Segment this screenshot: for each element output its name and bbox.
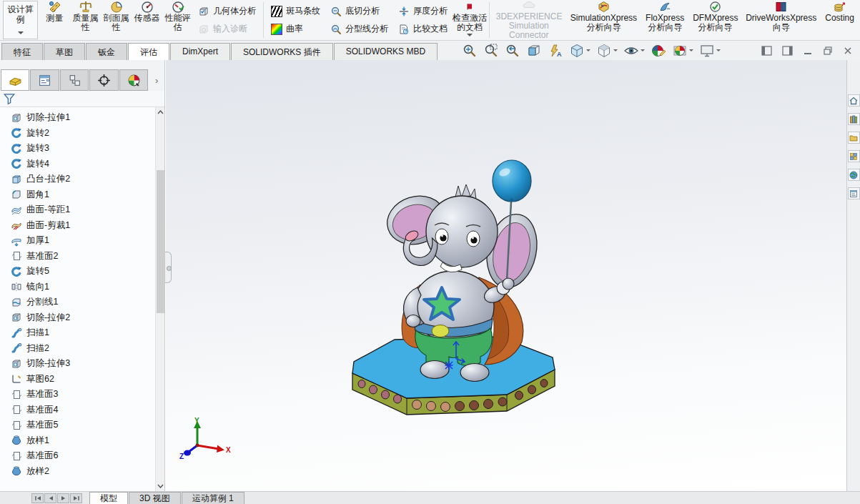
dfmxpress-button[interactable]: DFMXpress 分析向导 xyxy=(688,0,741,40)
apply-scene-button[interactable] xyxy=(671,42,694,59)
pane-right-icon[interactable] xyxy=(782,46,793,56)
view-settings-button[interactable] xyxy=(698,42,721,59)
design-study-button[interactable]: 设计算例 xyxy=(3,1,38,39)
thickness-analysis-button[interactable]: 厚度分析 xyxy=(395,2,450,20)
section-view-button[interactable] xyxy=(525,42,543,59)
graphics-viewport[interactable]: Y X Z xyxy=(166,60,846,491)
tab-featuremanager-design-tree[interactable] xyxy=(1,69,29,91)
costing-button[interactable]: Costing xyxy=(821,0,859,40)
mass-properties-button[interactable]: 质量属性 xyxy=(70,0,101,40)
undercut-analysis-label: 底切分析 xyxy=(345,5,380,17)
edit-appearance-button[interactable] xyxy=(650,42,667,59)
appearances-button[interactable] xyxy=(848,169,860,181)
driveworksxpress-button[interactable]: DriveWorksXpress 向导 xyxy=(741,0,821,40)
tab-solidworks-addins[interactable]: SOLIDWORKS 插件 xyxy=(231,43,333,60)
pane-left-icon[interactable] xyxy=(761,46,772,56)
tab-evaluate[interactable]: 评估 xyxy=(128,43,169,60)
tree-item[interactable]: 放样2 xyxy=(0,464,164,480)
annotation-view-button[interactable]: A xyxy=(547,42,564,59)
tree-item-label: 扫描2 xyxy=(26,342,49,355)
next-tab-button[interactable] xyxy=(57,493,69,503)
tree-item[interactable]: 曲面-等距1 xyxy=(0,202,164,218)
import-diagnostics-button[interactable]: 输入诊断 xyxy=(195,20,259,38)
geometry-analysis-button[interactable]: 几何体分析 xyxy=(195,2,259,20)
tree-item[interactable]: 放样1 xyxy=(0,433,164,449)
tab-3d-views[interactable]: 3D 视图 xyxy=(129,492,181,504)
tab-configurationmanager[interactable] xyxy=(60,69,89,91)
scroll-up-button[interactable] xyxy=(156,107,164,117)
view-palette-button[interactable] xyxy=(848,150,860,162)
sensor-button[interactable]: 传感器 xyxy=(132,0,162,40)
zebra-stripes-button[interactable]: 斑马条纹 xyxy=(268,2,323,20)
check-active-document-button[interactable]: 检查激活的文档 xyxy=(453,0,487,40)
restore-icon[interactable] xyxy=(823,46,833,56)
tab-sketch[interactable]: 草图 xyxy=(44,43,85,60)
tree-item[interactable]: 旋转4 xyxy=(0,157,164,172)
hide-show-items-button[interactable] xyxy=(623,42,646,59)
zoom-to-fit-button[interactable] xyxy=(461,42,478,59)
curvature-button[interactable]: 曲率 xyxy=(268,20,323,38)
previous-tab-button[interactable] xyxy=(44,493,56,503)
floxpress-button[interactable]: FloXpress 分析向导 xyxy=(641,0,688,40)
tab-dimxpertmanager[interactable] xyxy=(89,69,118,91)
tab-displaymanager[interactable] xyxy=(119,69,148,91)
file-explorer-button[interactable] xyxy=(848,132,860,144)
custom-properties-button[interactable] xyxy=(848,187,860,199)
tree-item[interactable]: 基准面5 xyxy=(0,417,164,433)
tree-item[interactable]: 切除-拉伸2 xyxy=(0,310,164,326)
tab-model[interactable]: 模型 xyxy=(89,492,128,504)
tab-sheet-metal[interactable]: 钣金 xyxy=(86,43,127,60)
tree-item[interactable]: 草图62 xyxy=(0,372,164,387)
balloon xyxy=(493,160,531,202)
tree-item[interactable]: 分割线1 xyxy=(0,295,164,310)
parting-line-analysis-button[interactable]: 分型线分析 xyxy=(327,20,391,38)
panel-tabs-overflow-button[interactable]: › xyxy=(149,69,164,91)
tree-item[interactable]: 旋转5 xyxy=(0,264,164,280)
tree-item[interactable]: 圆角1 xyxy=(0,187,164,203)
tree-item[interactable]: 基准面3 xyxy=(0,387,164,402)
tree-item[interactable]: 切除-拉伸3 xyxy=(0,356,164,372)
display-style-button[interactable] xyxy=(595,42,618,59)
panel-splitter-handle[interactable] xyxy=(165,252,172,283)
tree-item[interactable]: 加厚1 xyxy=(0,233,164,249)
compare-documents-button[interactable]: ? 比较文档 xyxy=(395,20,450,38)
tree-scrollbar[interactable] xyxy=(155,107,164,491)
simulationxpress-button[interactable]: SimulationXpress 分析向导 xyxy=(566,0,641,40)
undercut-analysis-button[interactable]: 底切分析 xyxy=(327,2,391,20)
minimize-icon[interactable] xyxy=(803,46,813,56)
tab-solidworks-mbd[interactable]: SOLIDWORKS MBD xyxy=(334,43,438,60)
performance-evaluation-button[interactable]: 性能评估 xyxy=(162,0,193,40)
previous-view-button[interactable] xyxy=(504,42,521,59)
first-tab-button[interactable] xyxy=(31,493,44,503)
tree-item[interactable]: 旋转2 xyxy=(0,126,164,142)
tree-item[interactable]: 扫描1 xyxy=(0,325,164,341)
revolve-icon xyxy=(11,266,22,277)
tree-item[interactable]: 曲面-剪裁1 xyxy=(0,218,164,234)
tab-dimxpert[interactable]: DimXpert xyxy=(170,43,230,60)
tab-propertymanager[interactable] xyxy=(30,69,59,91)
tree-item[interactable]: 镜向1 xyxy=(0,280,164,295)
design-library-button[interactable] xyxy=(848,113,860,125)
resources-home-button[interactable] xyxy=(848,94,860,107)
tree-item[interactable]: 基准面4 xyxy=(0,402,164,418)
scroll-down-button[interactable] xyxy=(156,481,164,491)
tree-item[interactable]: 旋转3 xyxy=(0,141,164,157)
zoom-to-area-button[interactable] xyxy=(483,42,500,59)
view-orientation-button[interactable] xyxy=(568,42,591,59)
tree-item[interactable]: 凸台-拉伸2 xyxy=(0,172,164,187)
filter-icon[interactable] xyxy=(3,92,16,105)
3dexperience-simulation-connector-button[interactable]: 3DEXPERIENCE Simulation Connector xyxy=(492,0,566,40)
tab-motion-study-1[interactable]: 运动算例 1 xyxy=(182,492,244,504)
close-icon[interactable] xyxy=(843,46,853,56)
scrollbar-thumb[interactable] xyxy=(157,170,164,313)
tree-item[interactable]: 基准面2 xyxy=(0,249,164,265)
last-tab-button[interactable] xyxy=(70,493,82,503)
tab-features[interactable]: 特征 xyxy=(1,43,43,60)
measure-button[interactable]: 测量 xyxy=(39,0,70,40)
tree-item[interactable]: 切除-拉伸1 xyxy=(0,110,164,126)
elephant-3d-model[interactable] xyxy=(333,154,598,437)
view-settings-icon xyxy=(699,43,715,59)
tree-item[interactable]: 扫描2 xyxy=(0,341,164,357)
section-properties-button[interactable]: 剖面属性 xyxy=(101,0,132,40)
tree-item[interactable]: 基准面6 xyxy=(0,448,164,464)
